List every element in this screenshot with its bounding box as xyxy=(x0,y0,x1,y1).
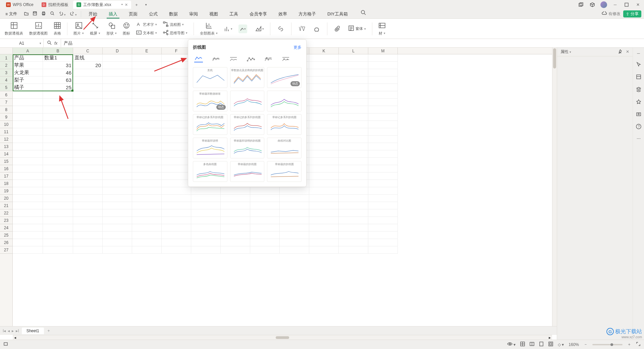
cell-E15[interactable] xyxy=(132,158,162,165)
cell-D15[interactable] xyxy=(103,158,132,165)
cell-I20[interactable] xyxy=(250,195,280,202)
cell-E4[interactable] xyxy=(132,77,162,84)
row-header-25[interactable]: 25 xyxy=(0,232,12,239)
cell-M22[interactable] xyxy=(368,209,398,217)
row-header-13[interactable]: 13 xyxy=(0,143,12,150)
chart-template-13[interactable]: 带标题的折线图 xyxy=(230,161,265,182)
cell-M5[interactable] xyxy=(368,84,398,91)
cell-B24[interactable] xyxy=(43,224,73,232)
cell-E7[interactable] xyxy=(132,99,162,106)
layers-icon[interactable] xyxy=(636,87,641,93)
cell-E17[interactable] xyxy=(132,172,162,180)
vertical-scrollbar[interactable] xyxy=(552,48,557,335)
cell-C5[interactable] xyxy=(73,84,103,91)
cell-G21[interactable] xyxy=(191,202,221,209)
cell-F14[interactable] xyxy=(162,150,191,158)
cell-F16[interactable] xyxy=(162,165,191,172)
cell-F21[interactable] xyxy=(162,202,191,209)
cell-K20[interactable] xyxy=(309,195,339,202)
cell-K13[interactable] xyxy=(309,143,339,150)
cell-C14[interactable] xyxy=(73,150,103,158)
chart-template-10[interactable]: 带标题和说明的折线图 xyxy=(230,138,265,158)
chart-type-line-100[interactable] xyxy=(229,56,238,62)
cell-L2[interactable] xyxy=(339,62,368,69)
cell-F1[interactable] xyxy=(162,54,191,62)
menu-insert[interactable]: 插入 xyxy=(107,10,119,18)
cell-E26[interactable] xyxy=(132,239,162,246)
cell-M27[interactable] xyxy=(368,246,398,254)
preview-icon[interactable] xyxy=(50,11,55,17)
cell-A21[interactable] xyxy=(13,202,43,209)
cell-F10[interactable] xyxy=(162,121,191,128)
cell-D10[interactable] xyxy=(103,121,132,128)
column-header-K[interactable]: K xyxy=(309,48,339,54)
chart-popup-more-link[interactable]: 更多 xyxy=(293,45,302,50)
cell-L20[interactable] xyxy=(339,195,368,202)
cell-D26[interactable] xyxy=(103,239,132,246)
cell-L16[interactable] xyxy=(339,165,368,172)
cell-D16[interactable] xyxy=(103,165,132,172)
row-header-4[interactable]: 4 xyxy=(0,77,12,84)
cell-G23[interactable] xyxy=(191,217,221,224)
flowchart-icon[interactable] xyxy=(163,21,168,28)
cell-B25[interactable] xyxy=(43,232,73,239)
cell-L19[interactable] xyxy=(339,187,368,195)
cell-F8[interactable] xyxy=(162,106,191,113)
fx-icon[interactable]: fx xyxy=(54,41,57,46)
cell-D22[interactable] xyxy=(103,209,132,217)
ribbon-bar-chart-icon[interactable] xyxy=(224,24,232,33)
cell-J19[interactable] xyxy=(280,187,309,195)
cell-D3[interactable] xyxy=(103,69,132,77)
status-mode-icon[interactable] xyxy=(3,342,8,347)
cell-B16[interactable] xyxy=(43,165,73,172)
cell-J26[interactable] xyxy=(280,239,309,246)
cell-K24[interactable] xyxy=(309,224,339,232)
ribbon-mindmap[interactable]: 思维导图 xyxy=(170,31,187,36)
sheet-prev-icon[interactable]: ◂ xyxy=(8,329,10,333)
cell-H21[interactable] xyxy=(221,202,250,209)
chart-type-line-100-marker[interactable] xyxy=(281,56,290,62)
menu-tools[interactable]: 工具 xyxy=(227,10,240,18)
ribbon-textbox[interactable]: 文本框 xyxy=(143,31,157,36)
cell-M25[interactable] xyxy=(368,232,398,239)
chart-template-3[interactable]: 带标题和数据标签动态 xyxy=(193,91,227,111)
cell-M26[interactable] xyxy=(368,239,398,246)
ribbon-pivot-chart[interactable]: 数据透视图 xyxy=(29,22,48,36)
style-icon[interactable] xyxy=(636,74,641,81)
cell-B13[interactable] xyxy=(43,143,73,150)
cell-C16[interactable] xyxy=(73,165,103,172)
ribbon-attachment-icon[interactable] xyxy=(333,24,342,33)
cell-M3[interactable] xyxy=(368,69,398,77)
cell-D6[interactable] xyxy=(103,91,132,99)
cell-E18[interactable] xyxy=(132,180,162,187)
cell-H26[interactable] xyxy=(221,239,250,246)
tab-add-button[interactable]: ＋ xyxy=(132,1,141,9)
cell-C1[interactable]: 直线 xyxy=(73,54,103,62)
cell-M24[interactable] xyxy=(368,224,398,232)
cell-K27[interactable] xyxy=(309,246,339,254)
cell-L26[interactable] xyxy=(339,239,368,246)
cell-K11[interactable] xyxy=(309,128,339,136)
cell-G24[interactable] xyxy=(191,224,221,232)
cell-M15[interactable] xyxy=(368,158,398,165)
sheet-first-icon[interactable]: I◂ xyxy=(3,329,6,333)
cell-E14[interactable] xyxy=(132,150,162,158)
ribbon-symbol-icon[interactable] xyxy=(312,24,321,33)
cell-C3[interactable] xyxy=(73,69,103,77)
cell-F18[interactable] xyxy=(162,180,191,187)
cell-E5[interactable] xyxy=(132,84,162,91)
row-header-5[interactable]: 5 xyxy=(0,84,12,91)
row-header-1[interactable]: 1 xyxy=(0,54,12,62)
cell-E6[interactable] xyxy=(132,91,162,99)
row-header-24[interactable]: 24 xyxy=(0,224,12,232)
ribbon-wordart[interactable]: 艺术字 xyxy=(143,22,157,27)
cloud-status[interactable]: 有修改 xyxy=(602,11,621,17)
cell-D7[interactable] xyxy=(103,99,132,106)
row-header-14[interactable]: 14 xyxy=(0,150,12,158)
row-header-3[interactable]: 3 xyxy=(0,69,12,77)
ribbon-material[interactable]: 材 xyxy=(378,22,386,36)
effects-icon[interactable] xyxy=(636,99,641,105)
column-header-M[interactable]: M xyxy=(368,48,398,54)
cell-M18[interactable] xyxy=(368,180,398,187)
scroll-thumb[interactable] xyxy=(276,336,289,339)
